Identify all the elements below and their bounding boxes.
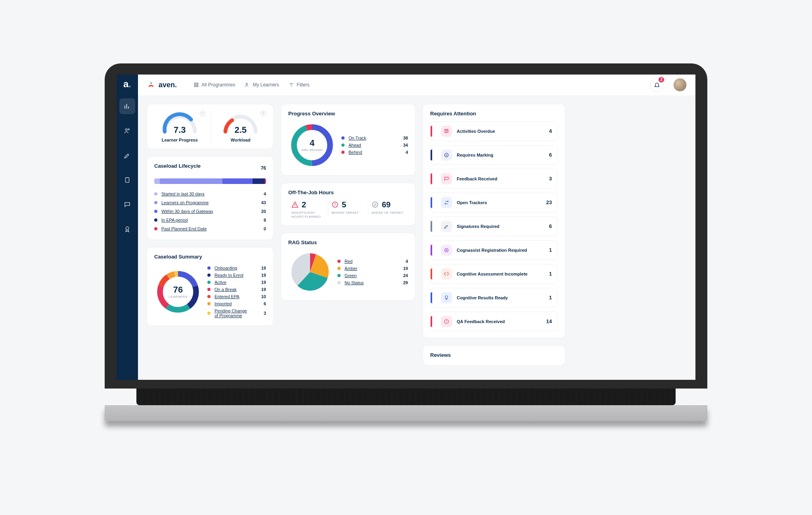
help-icon[interactable]: ? [260, 111, 266, 116]
app-logo-mini[interactable]: a. [123, 78, 131, 90]
grid-icon [193, 82, 199, 88]
all-programmes-button[interactable]: All Programmes [193, 82, 235, 88]
donut-center-value: 76 [173, 285, 183, 295]
legend-item[interactable]: On Track 38 [341, 134, 408, 142]
attention-count: 6 [549, 223, 552, 229]
alert-icon [441, 316, 452, 327]
notification-badge: 2 [659, 77, 664, 82]
workload-gauge[interactable]: ? 2.5 Workload [215, 111, 266, 142]
attention-item[interactable]: Cognitive Assessment Incomplete 1 [430, 264, 558, 284]
users-icon [245, 82, 250, 88]
attention-item[interactable]: Open Trackers 23 [430, 193, 558, 213]
stacked-segment [160, 178, 222, 184]
my-learners-button[interactable]: My Learners [245, 82, 279, 88]
nav-messages[interactable] [119, 197, 135, 213]
attention-item[interactable]: QA Feedback Received 14 [430, 312, 558, 331]
legend-item[interactable]: Pending Change of Programme 3 [207, 307, 266, 319]
otj-stat[interactable]: 69 AHEAD OF TARGET [368, 200, 408, 219]
gauge-label: Workload [215, 138, 266, 142]
people-icon [124, 127, 131, 134]
attention-count: 23 [546, 199, 552, 205]
legend-value: 3 [255, 311, 266, 316]
legend-item[interactable]: Within 30 days of Gateway 20 [154, 207, 266, 216]
attention-item[interactable]: Feedback Received 3 [430, 169, 558, 189]
attention-item[interactable]: Activities Overdue 4 [430, 121, 558, 141]
target-icon [441, 245, 452, 256]
otj-value: 5 [342, 200, 346, 209]
legend-item[interactable]: Active 19 [207, 279, 266, 286]
legend-item[interactable]: Learners on Programme 43 [154, 198, 266, 207]
brand-mark-icon [147, 80, 155, 89]
legend-item[interactable]: Ready to Enrol 19 [207, 272, 266, 279]
stacked-segment [253, 178, 265, 184]
legend-value: 19 [397, 266, 408, 271]
my-learners-label: My Learners [253, 82, 279, 88]
nav-clipboard[interactable] [119, 172, 135, 188]
attention-item[interactable]: Cognassist Registration Required 1 [430, 240, 558, 260]
legend-label: Green [345, 273, 393, 278]
legend-dot-icon [207, 266, 211, 270]
legend-value: 4 [397, 259, 408, 264]
attention-count: 1 [549, 295, 552, 301]
legend-item[interactable]: Amber 19 [337, 265, 408, 272]
legend-item[interactable]: Started in last 30 days 4 [154, 190, 266, 198]
filters-button[interactable]: Filters [289, 82, 310, 88]
help-icon[interactable]: ? [200, 111, 205, 116]
legend-item[interactable]: Behind 4 [341, 149, 408, 156]
legend-value: 4 [255, 191, 266, 196]
attention-label: Activities Overdue [457, 129, 544, 134]
pie-chart-icon [288, 250, 332, 294]
legend-value: 4 [397, 150, 408, 155]
legend-value: 20 [255, 209, 266, 214]
legend-dot-icon [207, 312, 211, 315]
otj-hours-card: Off-The-Job Hours 2 INSUFFICIENT HOURS P… [281, 183, 416, 226]
legend-label: No Status [345, 280, 393, 285]
legend-item[interactable]: Green 24 [337, 272, 408, 279]
otj-stat[interactable]: 2 INSUFFICIENT HOURS PLANNED [288, 200, 328, 219]
nav-awards[interactable] [119, 221, 135, 237]
svg-point-9 [246, 83, 248, 85]
otj-stat[interactable]: 5 BEHIND TARGET [328, 200, 368, 219]
stacked-segment [265, 178, 266, 184]
legend-item[interactable]: Ahead 34 [341, 142, 408, 149]
laptop-keyboard [136, 389, 676, 405]
svg-point-25 [444, 248, 448, 252]
legend-dot-icon [154, 210, 157, 213]
lifecycle-legend: Started in last 30 days 4 Learners on Pr… [154, 190, 266, 233]
legend-dot-icon [337, 260, 341, 263]
legend-dot-icon [207, 302, 211, 305]
brand[interactable]: aven. [147, 80, 177, 89]
pen-icon [441, 221, 452, 232]
legend-item[interactable]: Past Planned End Date 0 [154, 224, 266, 233]
card-title: Reviews [430, 352, 558, 358]
nav-learners[interactable] [119, 123, 135, 139]
legend-item[interactable]: Imported 6 [207, 300, 266, 307]
nav-sign[interactable] [119, 147, 135, 163]
donut-center-value: 4 [310, 138, 314, 148]
legend-label: Behind [349, 150, 393, 155]
attention-item[interactable]: Requires Marking 6 [430, 145, 558, 165]
legend-item[interactable]: Entered EPA 10 [207, 293, 266, 300]
legend-value: 19 [255, 280, 266, 285]
nav-dashboard[interactable] [119, 98, 135, 114]
gauge-value: 7.3 [154, 125, 205, 135]
legend-item[interactable]: On a Break 19 [207, 286, 266, 293]
swap-icon [441, 197, 452, 208]
legend-item[interactable]: Onboarding 19 [207, 264, 266, 272]
attention-item[interactable]: Cognitive Results Ready 1 [430, 288, 558, 308]
attention-label: QA Feedback Received [457, 319, 542, 324]
attention-label: Feedback Received [457, 176, 544, 181]
legend-label: In EPA period [161, 218, 251, 222]
notifications-button[interactable]: 2 [650, 78, 664, 92]
user-avatar[interactable] [673, 78, 687, 92]
learner-progress-gauge[interactable]: ? 7.3 Learner Progress [154, 111, 205, 142]
brand-name: aven. [159, 81, 177, 89]
legend-item[interactable]: In EPA period 8 [154, 216, 266, 224]
legend-dot-icon [154, 201, 157, 204]
attention-item[interactable]: Signatures Required 6 [430, 216, 558, 236]
legend-item[interactable]: Red 4 [337, 258, 408, 265]
summary-donut: 76 LEARNERS [154, 268, 202, 316]
card-title: Caseload Lifecycle [154, 163, 201, 169]
svg-rect-7 [194, 85, 196, 87]
legend-item[interactable]: No Status 29 [337, 279, 408, 286]
